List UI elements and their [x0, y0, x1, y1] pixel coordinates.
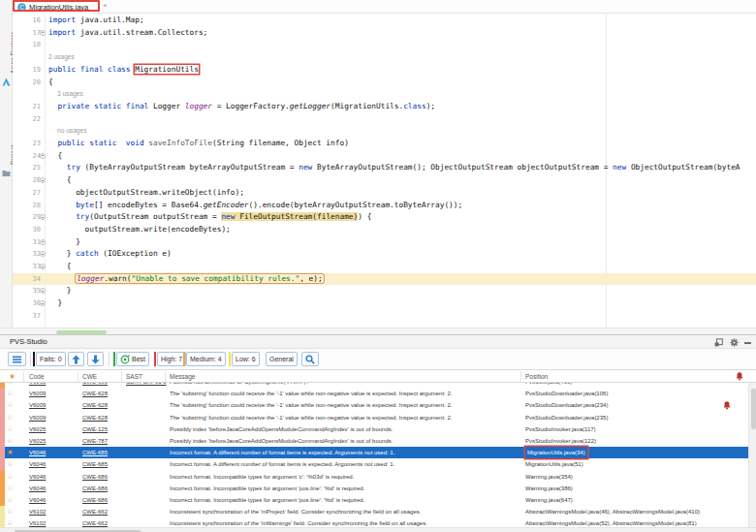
usages-hint[interactable]: 2 usages — [48, 51, 75, 64]
warning-position[interactable]: PvsStudioDownloader.java(234) — [525, 399, 725, 411]
favorite-star-icon[interactable]: ☆ — [7, 517, 14, 527]
favorite-star-icon[interactable]: ☆ — [7, 423, 14, 435]
table-row[interactable]: ☆V6025CWE-125Possibly index 'beforeJavaC… — [0, 423, 748, 435]
code-line[interactable]: 37 — [13, 310, 756, 323]
favorite-star-icon[interactable]: ☆ — [7, 471, 14, 483]
column-header-position[interactable]: Position — [525, 373, 548, 380]
cwe-link[interactable]: CWE-686 — [82, 471, 108, 483]
inlay-hint-row[interactable]: 2 usages — [13, 51, 756, 64]
cwe-link[interactable]: CWE-685 — [82, 447, 108, 458]
warning-code-link[interactable]: V6025 — [29, 423, 46, 435]
code-line[interactable]: 25 try (ByteArrayOutputStream byteArrayO… — [13, 162, 756, 174]
fold-marker-icon[interactable] — [40, 251, 46, 257]
cwe-link[interactable]: CWE-787 — [82, 435, 108, 447]
cwe-link[interactable]: CWE-686 — [82, 494, 108, 506]
warning-code-link[interactable]: V6009 — [29, 399, 46, 411]
table-row[interactable]: ☆V6102CWE-662Inconsistent synchronizatio… — [0, 517, 748, 527]
favorite-star-icon[interactable]: ☆ — [7, 494, 14, 506]
warning-code-link[interactable]: V6102 — [29, 506, 46, 517]
warning-code-link[interactable]: V6025 — [29, 435, 46, 447]
favorite-star-icon[interactable]: ★ — [7, 447, 14, 458]
best-filter-button[interactable]: Best — [116, 352, 149, 366]
tab-migrationutils-java[interactable]: C MigrationUtils.java — [14, 0, 92, 14]
code-line[interactable]: 33 { — [13, 261, 756, 273]
warning-position[interactable]: Warning.java(647) — [525, 494, 725, 506]
code-line[interactable]: 30 outputStream.write(encodeBytes); — [13, 224, 756, 236]
table-row[interactable]: ☆V6025CWE-787Possibly index 'beforeJavaC… — [0, 435, 748, 447]
code-line[interactable]: 21 private static final Logger logger = … — [13, 101, 756, 113]
cwe-link[interactable]: CWE-125 — [82, 423, 108, 435]
warning-code-link[interactable]: V6009 — [29, 412, 46, 423]
code-editor[interactable]: 16import java.util.Map;17import java.uti… — [13, 14, 756, 328]
fold-marker-icon[interactable] — [40, 264, 46, 269]
table-row[interactable]: ☆V6046CWE-686Incorrect format. Incompati… — [0, 494, 748, 506]
fold-marker-icon[interactable] — [40, 214, 46, 220]
low-filter-button[interactable]: Low: 6 — [232, 352, 260, 366]
fold-marker-icon[interactable] — [40, 300, 46, 306]
table-row[interactable]: ☆V6046CWE-686Incorrect format. Incompati… — [0, 483, 748, 494]
column-header-cwe[interactable]: CWE — [82, 373, 97, 380]
gear-icon[interactable] — [730, 338, 739, 347]
hide-panel-icon[interactable] — [744, 342, 751, 344]
cwe-link[interactable]: CWE-628 — [82, 399, 108, 411]
warning-position[interactable]: Warning.java(386) — [525, 483, 725, 494]
inlay-hint-row[interactable]: no usages — [13, 125, 756, 138]
favorite-star-icon[interactable]: ☆ — [7, 458, 14, 470]
warning-position[interactable]: PvsStudioInvoker.java(122) — [525, 435, 725, 447]
project-folder-icon[interactable] — [2, 169, 11, 177]
warning-code-link[interactable]: V6102 — [29, 517, 46, 527]
table-row[interactable]: ☆V6009CWE-628The 'substring' function co… — [0, 412, 748, 423]
table-horizontal-scrollbar[interactable] — [0, 527, 756, 532]
fails-filter-button[interactable]: Fails: 0 — [36, 352, 66, 366]
azure-explorer-icon[interactable] — [2, 78, 11, 86]
warning-code-link[interactable]: V6046 — [29, 483, 46, 494]
table-row[interactable]: ★V6046CWE-685Incorrect format. A differe… — [0, 447, 748, 458]
code-line[interactable]: 28 byte[] encodeBytes = Base64.getEncode… — [13, 200, 756, 212]
tab-close-icon[interactable]: × — [103, 1, 108, 10]
code-line[interactable]: 29 try(OutputStream outputStream = new F… — [13, 211, 756, 224]
fold-marker-icon[interactable] — [40, 153, 46, 159]
warning-position[interactable]: PvsStudioDownloader.java(235) — [525, 412, 725, 423]
favorite-star-icon[interactable]: ☆ — [7, 435, 14, 447]
code-line[interactable]: 26 { — [13, 174, 756, 187]
code-line[interactable]: 35 } — [13, 285, 756, 297]
inlay-hint-row[interactable]: 3 usages — [13, 88, 756, 101]
column-header-code[interactable]: Code — [29, 373, 45, 380]
cwe-link[interactable]: CWE-662 — [82, 517, 108, 527]
general-filter-button[interactable]: General — [266, 352, 298, 366]
warning-position[interactable]: AbstractWarningsModel.java(46), Abstract… — [525, 506, 725, 517]
code-line[interactable]: 23 public static void saveInfoToFile(Str… — [13, 138, 756, 150]
table-row[interactable]: ☆V6046CWE-686Incorrect format. Incompati… — [0, 471, 748, 483]
fold-marker-icon[interactable] — [40, 30, 46, 36]
favorite-star-icon[interactable]: ☆ — [7, 412, 14, 423]
cwe-link[interactable]: CWE-685 — [82, 458, 108, 470]
table-vertical-scrollbar[interactable] — [748, 383, 756, 527]
fold-marker-icon[interactable] — [40, 239, 46, 245]
warning-position[interactable]: Warning.java(354) — [525, 471, 725, 483]
warning-code-link[interactable]: V6009 — [29, 388, 46, 399]
code-line[interactable]: 19public final class MigrationUtils — [13, 64, 756, 77]
table-row[interactable]: ☆V6102CWE-662Inconsistent synchronizatio… — [0, 506, 748, 517]
usages-hint[interactable]: no usages — [57, 125, 86, 138]
code-line[interactable]: 16import java.util.Map; — [13, 15, 756, 27]
code-line[interactable]: 17import java.util.stream.Collectors; — [13, 27, 756, 40]
column-header-message[interactable]: Message — [170, 373, 195, 380]
restore-window-icon[interactable] — [714, 338, 723, 347]
favorite-star-icon[interactable]: ☆ — [7, 506, 14, 517]
medium-filter-button[interactable]: Medium: 4 — [186, 352, 226, 366]
code-line[interactable]: 24 { — [13, 150, 756, 163]
vscroll-thumb[interactable] — [751, 389, 756, 429]
warning-code-link[interactable]: V6046 — [29, 447, 46, 458]
warning-code-link[interactable]: V6046 — [29, 494, 46, 506]
fold-marker-icon[interactable] — [40, 288, 46, 294]
warning-code-link[interactable]: V6046 — [29, 471, 46, 483]
suppressed-warnings-bell-icon[interactable] — [736, 372, 743, 381]
cwe-link[interactable]: CWE-662 — [82, 506, 108, 517]
code-line[interactable]: 22 — [13, 113, 756, 126]
cwe-link[interactable]: CWE-628 — [82, 388, 108, 399]
code-line[interactable]: 36 } — [13, 297, 756, 310]
warning-position[interactable]: PvsStudioDownloader.java(106) — [525, 388, 725, 399]
favorite-star-icon[interactable]: ☆ — [7, 388, 14, 399]
code-line[interactable]: 18 — [13, 39, 756, 51]
code-line[interactable]: 27 objectOutputStream.writeObject(info); — [13, 187, 756, 200]
